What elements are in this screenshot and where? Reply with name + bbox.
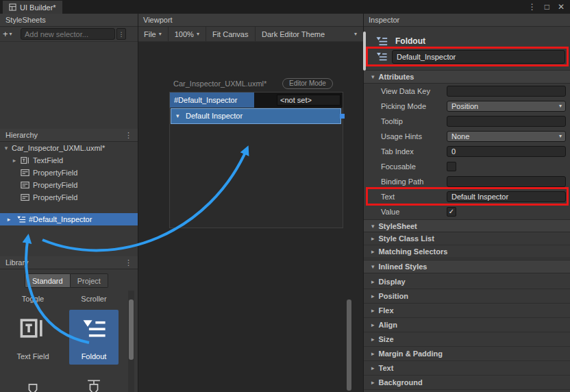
inlined-styles-section-header[interactable]: ▾ Inlined Styles [363, 260, 570, 273]
stylesheet-section-header[interactable]: ▾ StyleSheet [363, 219, 570, 232]
hierarchy-item-propertyfield[interactable]: PropertyField [0, 179, 138, 191]
attr-label: Value [381, 204, 399, 219]
chevron-down-icon: ▾ [159, 31, 162, 37]
attr-row-view-data-key: View Data Key [363, 84, 570, 99]
style-row-margin-padding[interactable]: ▸ Margin & Padding [363, 347, 570, 361]
attributes-section-header[interactable]: ▾ Attributes [363, 70, 570, 84]
viewport-toolbar: File ▾ 100% ▾ Fit Canvas Dark Editor The… [138, 27, 363, 42]
ui-builder-tab[interactable]: UI Builder* [3, 1, 62, 14]
chevron-right-icon[interactable]: ▸ [5, 213, 12, 225]
inspector-header: Inspector [363, 14, 570, 27]
style-row-flex[interactable]: ▸ Flex [363, 304, 570, 318]
attr-label: Focusable [381, 159, 416, 174]
style-row-text[interactable]: ▸ Text [363, 361, 570, 376]
library-menu-icon[interactable]: ⋮ [125, 258, 132, 267]
canvas-element-name[interactable]: #Default_Inspector [170, 93, 254, 108]
library-scrollbar-thumb[interactable] [129, 299, 134, 360]
selector-options-button[interactable]: ⋮ [116, 28, 126, 40]
attr-label: Usage Hints [381, 129, 422, 144]
tab-index-input[interactable] [447, 146, 566, 157]
left-splitter[interactable] [138, 14, 138, 392]
library-item-foldout[interactable]: Foldout [69, 310, 119, 365]
zoom-dropdown[interactable]: 100% ▾ [169, 27, 206, 41]
hierarchy-root[interactable]: ▾ Car_Inspector_UXML.uxml* [0, 142, 138, 154]
usage-hints-dropdown[interactable]: None ▾ [447, 131, 566, 142]
tab-title: UI Builder* [20, 3, 56, 12]
matching-selectors-row[interactable]: ▸ Matching Selectors [363, 245, 570, 258]
foldout-icon [375, 36, 388, 46]
tab-project[interactable]: Project [71, 273, 108, 288]
picking-mode-dropdown[interactable]: Position ▾ [447, 101, 566, 112]
hierarchy-item-propertyfield[interactable]: PropertyField [0, 167, 138, 179]
library-header: Library ⋮ [0, 256, 138, 269]
textfield-icon [21, 156, 30, 165]
selection-resize-handle[interactable] [340, 114, 345, 119]
add-selector-button[interactable]: + ▾ [3, 29, 12, 39]
foldout-icon [16, 215, 26, 224]
canvas[interactable]: #Default_Inspector <not set> ▾ Default I… [170, 93, 343, 228]
style-row-size[interactable]: ▸ Size [363, 332, 570, 347]
add-selector-input[interactable] [21, 28, 115, 40]
attr-row-tab-index: Tab Index [363, 144, 570, 159]
library-item-slider[interactable] [8, 371, 58, 392]
hierarchy-item-textfield[interactable]: ▸ TextField [0, 154, 138, 167]
kebab-icon: ⋮ [119, 31, 125, 38]
chevron-down-icon: ▾ [371, 73, 375, 80]
style-row-background[interactable]: ▸ Background [363, 376, 570, 390]
fit-canvas-button[interactable]: Fit Canvas [206, 27, 255, 41]
annotation-highlight-name-field [366, 47, 569, 66]
chevron-down-icon: ▾ [10, 31, 12, 37]
tooltip-input[interactable] [447, 116, 566, 127]
chevron-down-icon[interactable]: ▾ [3, 142, 10, 154]
library-item-scroller-label[interactable]: Scroller [69, 295, 119, 303]
slider-icon [19, 378, 47, 392]
window-menu-icon[interactable]: ⋮ [528, 2, 536, 12]
library-item-text-field[interactable]: Text Field [8, 310, 58, 365]
stylesheets-toolbar: + ▾ ⋮ [0, 27, 138, 42]
style-class-list-row[interactable]: ▸ Style Class List [363, 232, 570, 245]
chevron-right-icon: ▸ [371, 350, 375, 357]
focusable-checkbox[interactable] [447, 162, 456, 171]
canvas-stylesheet-field[interactable]: <not set> [277, 95, 340, 106]
ui-builder-icon [9, 3, 16, 11]
chevron-down-icon: ▾ [559, 101, 562, 111]
viewport-title: Viewport [143, 16, 173, 24]
inspector-element-type: Foldout [395, 34, 425, 48]
theme-dropdown[interactable]: Dark Editor Theme ▾ [256, 27, 363, 41]
window-maximize-icon[interactable]: □ [545, 2, 549, 12]
value-checkbox[interactable]: ✓ [447, 207, 456, 217]
chevron-right-icon: ▸ [371, 235, 375, 242]
style-row-display[interactable]: ▸ Display [363, 275, 570, 289]
attr-label: View Data Key [381, 84, 430, 99]
canvas-title: Car_Inspector_UXML.uxml* [173, 79, 267, 88]
hierarchy-item-propertyfield[interactable]: PropertyField [0, 191, 138, 204]
attr-label: Tab Index [381, 144, 414, 159]
chevron-right-icon: ▸ [371, 365, 375, 371]
library-item-toggle-label[interactable]: Toggle [8, 295, 58, 303]
style-row-position[interactable]: ▸ Position [363, 289, 570, 304]
chevron-right-icon: ▸ [371, 379, 375, 386]
hierarchy-menu-icon[interactable]: ⋮ [125, 131, 132, 140]
attr-row-tooltip: Tooltip [363, 114, 570, 129]
canvas-foldout-element[interactable]: ▾ Default Inspector [171, 108, 341, 124]
chevron-down-icon[interactable]: ▾ [176, 109, 179, 123]
textfield-icon [20, 317, 46, 340]
editor-mode-badge: Editor Mode [282, 78, 333, 89]
tab-standard[interactable]: Standard [25, 273, 71, 288]
binding-path-input[interactable] [447, 176, 566, 187]
library-item-label: Text Field [8, 352, 58, 360]
viewport-scrollbar-thumb[interactable] [347, 299, 351, 391]
chevron-down-icon: ▾ [197, 31, 199, 37]
library-tabs: Standard Project [25, 273, 108, 288]
file-menu[interactable]: File ▾ [138, 27, 168, 41]
window-close-icon[interactable]: ✕ [558, 2, 565, 12]
hierarchy-item-default-inspector[interactable]: ▸ #Default_Inspector [0, 213, 138, 225]
view-data-key-input[interactable] [447, 86, 566, 97]
chevron-right-icon[interactable]: ▸ [11, 154, 18, 167]
library-item-slider-int[interactable] [69, 371, 119, 392]
chevron-right-icon: ▸ [371, 321, 375, 328]
canvas-header: #Default_Inspector <not set> [170, 93, 343, 108]
chevron-down-icon: ▾ [559, 132, 562, 141]
chevron-right-icon: ▸ [371, 336, 375, 343]
style-row-align[interactable]: ▸ Align [363, 318, 570, 332]
